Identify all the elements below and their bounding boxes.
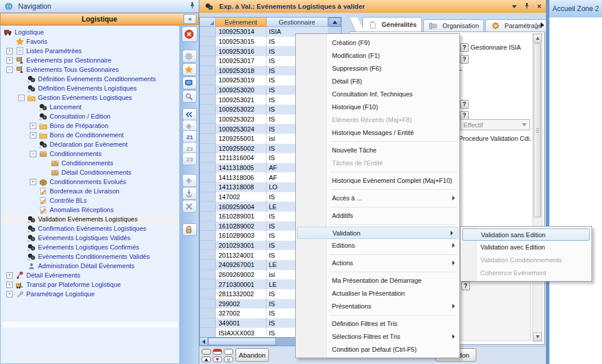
menu-item[interactable]: Définition Filtres et Tris: [296, 317, 459, 330]
expand-icon[interactable]: +: [6, 282, 13, 288]
select-all-header[interactable]: [200, 18, 216, 27]
menu-item[interactable]: Condition par Défaut (Ctrl-F5): [296, 343, 459, 356]
help-button[interactable]: ?: [460, 111, 469, 120]
tree-item[interactable]: +Listes Paramétrées: [1, 46, 179, 56]
row-selector[interactable]: [200, 66, 216, 76]
record-nav-button-3[interactable]: [224, 349, 233, 355]
collapse-icon[interactable]: −: [30, 151, 36, 157]
expand-icon[interactable]: +: [30, 179, 36, 185]
menu-item[interactable]: Présentations: [296, 300, 459, 313]
menu-item[interactable]: Historique Messages / Entité: [296, 126, 459, 139]
record-nav-down-button[interactable]: [213, 356, 222, 362]
tree-item[interactable]: gDéclaration par Evènement: [1, 140, 179, 149]
tab-scroll-right-icon[interactable]: [541, 22, 544, 28]
scroll-up-button[interactable]: [533, 34, 542, 43]
menu-item[interactable]: Historique (F10): [296, 100, 459, 113]
row-selector[interactable]: [200, 250, 216, 260]
scroll-down-button[interactable]: [533, 332, 542, 341]
row-selector[interactable]: [200, 163, 216, 173]
row-selector[interactable]: [200, 172, 216, 182]
tree-item[interactable]: Bordereaux de Livraison: [1, 186, 179, 196]
tree-item[interactable]: gDéfinition Événements Logistiques: [1, 84, 179, 93]
tree-item[interactable]: Contrôle BLs: [1, 196, 179, 205]
row-selector[interactable]: [200, 279, 216, 289]
tree-item[interactable]: gDéfinition Événements Conditionnements: [1, 74, 179, 84]
row-selector[interactable]: [200, 308, 216, 318]
menu-item[interactable]: Validation: [297, 227, 458, 239]
help-button[interactable]: ?: [460, 55, 469, 64]
tree-item[interactable]: +Paramétrage Logistique: [1, 289, 179, 299]
pin-icon[interactable]: [524, 2, 530, 11]
collapse-icon[interactable]: −: [18, 95, 25, 101]
tree-item[interactable]: +Bons de Préparation: [1, 121, 179, 130]
tree-item[interactable]: +Transit par Plateforme Logistique: [1, 280, 179, 289]
tree-hscrollbar[interactable]: [2, 321, 178, 328]
expand-icon[interactable]: +: [6, 291, 13, 297]
row-selector[interactable]: [200, 289, 216, 299]
menu-item[interactable]: Modification (F1): [296, 49, 459, 62]
abandon-button[interactable]: Abandon: [236, 348, 269, 362]
search-button[interactable]: [182, 90, 197, 103]
menu-item[interactable]: Actualiser la Présentation: [296, 287, 459, 300]
row-selector[interactable]: [200, 202, 216, 212]
row-selector[interactable]: [200, 328, 216, 338]
tab-généralités[interactable]: Généralités: [362, 17, 422, 32]
pin-icon[interactable]: [189, 2, 195, 11]
scroll-left-button[interactable]: [200, 338, 208, 345]
close-icon[interactable]: ×: [537, 3, 541, 10]
menu-item[interactable]: Suppression (F6): [296, 62, 459, 75]
tree-item[interactable]: Conditionnements: [1, 158, 179, 168]
row-selector[interactable]: [200, 221, 216, 231]
menu-item[interactable]: Validation sans Edition: [462, 228, 590, 241]
tree-item[interactable]: gValidation Evénements Logistiques: [1, 214, 179, 224]
row-selector[interactable]: [200, 260, 216, 270]
menu-item[interactable]: Additifs: [296, 209, 459, 222]
column-header-evenement[interactable]: Evènement: [216, 18, 267, 27]
zone-1-button[interactable]: Z1: [182, 130, 197, 143]
tree-item[interactable]: gEvénements Logistiques Validés: [1, 233, 179, 242]
record-nav-m-button[interactable]: M: [224, 356, 233, 362]
row-selector[interactable]: [200, 27, 216, 37]
menu-item[interactable]: Historique Evènement Complet (Maj+F10): [296, 174, 459, 187]
tree-item[interactable]: gConsultation / Edition: [1, 112, 179, 121]
row-selector[interactable]: [200, 85, 216, 95]
menu-item[interactable]: Création (F9): [296, 36, 459, 49]
expand-icon[interactable]: +: [30, 123, 36, 129]
tree-item[interactable]: gConfirmation Evénements Logistiques: [1, 224, 179, 233]
row-selector[interactable]: [200, 115, 216, 124]
row-selector[interactable]: [200, 299, 216, 309]
collapse-button[interactable]: [182, 108, 197, 121]
help-button[interactable]: ?: [460, 100, 469, 109]
tree-item[interactable]: +Détail Evènements: [1, 271, 179, 280]
row-selector[interactable]: [200, 144, 216, 154]
menu-item[interactable]: Actions: [296, 256, 459, 269]
monitor-button[interactable]: [182, 77, 197, 89]
tree-item[interactable]: Logistique: [1, 27, 179, 37]
collapse-panel-button[interactable]: «: [184, 14, 196, 24]
accueil-zone-header[interactable]: Accueil Zone 2: [549, 0, 602, 18]
favorites-button[interactable]: [182, 63, 197, 76]
tree-item[interactable]: gLancement: [1, 102, 179, 112]
menu-item[interactable]: Nouvelle Tâche: [296, 144, 459, 157]
menu-item[interactable]: Sélections Filtres et Tris: [296, 330, 459, 343]
row-selector[interactable]: [200, 212, 216, 221]
row-selector[interactable]: [200, 46, 216, 56]
menu-item[interactable]: Validation avec Edition: [461, 241, 591, 254]
menu-item[interactable]: Accès à ...: [296, 192, 459, 204]
close-red-button[interactable]: [182, 26, 198, 42]
expand-icon[interactable]: +: [6, 48, 13, 54]
expand-icon[interactable]: +: [6, 57, 13, 64]
tree-item[interactable]: −Gestion Evénements Logistiques: [1, 93, 179, 102]
expand-icon[interactable]: +: [30, 132, 36, 138]
row-selector[interactable]: [200, 153, 216, 163]
vscroll-thumb[interactable]: [534, 43, 541, 217]
row-selector[interactable]: [200, 241, 216, 251]
menu-item[interactable]: Ma Présentation de Démarrage: [296, 274, 459, 287]
menu-item[interactable]: Editions: [296, 239, 459, 252]
window-menu-icon[interactable]: [512, 5, 517, 8]
row-selector[interactable]: [200, 124, 216, 134]
row-selector[interactable]: [200, 56, 216, 66]
menu-item[interactable]: Consultation Inf. Techniques: [296, 88, 459, 100]
row-selector[interactable]: [200, 75, 216, 85]
row-selector[interactable]: [200, 37, 216, 47]
